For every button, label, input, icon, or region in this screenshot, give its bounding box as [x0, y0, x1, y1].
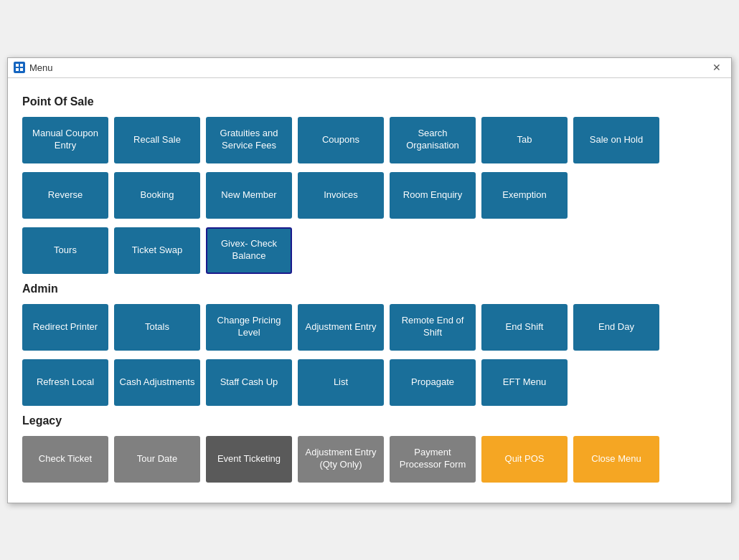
givex-check-balance-button[interactable]: Givex- Check Balance: [206, 227, 292, 274]
svg-rect-3: [20, 68, 23, 71]
reverse-button[interactable]: Reverse: [22, 172, 108, 219]
button-row: ToursTicket SwapGivex- Check Balance: [22, 227, 717, 274]
payment-processor-form-button[interactable]: Payment Processor Form: [390, 436, 476, 483]
button-row: Refresh LocalCash AdjustmentsStaff Cash …: [22, 359, 717, 406]
new-member-button[interactable]: New Member: [206, 172, 292, 219]
adjustment-entry-button[interactable]: Adjustment Entry: [298, 304, 384, 351]
title-bar: Menu ✕: [8, 58, 731, 78]
coupons-button[interactable]: Coupons: [298, 117, 384, 163]
search-organisation-button[interactable]: Search Organisation: [390, 117, 476, 163]
invoices-button[interactable]: Invoices: [298, 172, 384, 219]
close-menu-button[interactable]: Close Menu: [573, 436, 659, 483]
svg-rect-0: [16, 64, 19, 67]
end-shift-button[interactable]: End Shift: [481, 304, 568, 351]
sale-on-hold-button[interactable]: Sale on Hold: [573, 117, 659, 163]
propagate-button[interactable]: Propagate: [390, 359, 476, 406]
quit-pos-button[interactable]: Quit POS: [481, 436, 568, 483]
refresh-local-button[interactable]: Refresh Local: [22, 359, 108, 406]
check-ticket-button[interactable]: Check Ticket: [22, 436, 108, 483]
svg-rect-1: [20, 64, 23, 67]
adjustment-entry-qty-button[interactable]: Adjustment Entry (Qty Only): [298, 436, 384, 483]
remote-end-of-shift-button[interactable]: Remote End of Shift: [390, 304, 476, 351]
manual-coupon-entry-button[interactable]: Manual Coupon Entry: [22, 117, 108, 163]
ticket-swap-button[interactable]: Ticket Swap: [114, 227, 200, 274]
booking-button[interactable]: Booking: [114, 172, 200, 219]
event-ticketing-button[interactable]: Event Ticketing: [206, 436, 292, 483]
button-row: Redirect PrinterTotalsChange Pricing Lev…: [22, 304, 717, 351]
button-row: ReverseBookingNew MemberInvoicesRoom Enq…: [22, 172, 717, 219]
end-day-button[interactable]: End Day: [573, 304, 659, 351]
list-button[interactable]: List: [298, 359, 384, 406]
menu-window: Menu ✕ Point Of Sale Manual Coupon Entry…: [7, 57, 732, 503]
room-enquiry-button[interactable]: Room Enquiry: [390, 172, 476, 219]
close-button[interactable]: ✕: [708, 60, 725, 75]
svg-rect-2: [16, 68, 19, 71]
pos-section-title: Point Of Sale: [22, 95, 717, 108]
admin-buttons-area: Redirect PrinterTotalsChange Pricing Lev…: [22, 304, 717, 406]
window-title: Menu: [29, 62, 53, 73]
tab-button[interactable]: Tab: [481, 117, 568, 163]
recall-sale-button[interactable]: Recall Sale: [114, 117, 200, 163]
button-row: Check TicketTour DateEvent TicketingAdju…: [22, 436, 717, 483]
cash-adjustments-button[interactable]: Cash Adjustments: [114, 359, 200, 406]
change-pricing-level-button[interactable]: Change Pricing Level: [206, 304, 292, 351]
legacy-buttons-area: Check TicketTour DateEvent TicketingAdju…: [22, 436, 717, 483]
pos-buttons-area: Manual Coupon EntryRecall SaleGratuities…: [22, 117, 717, 274]
legacy-section-title: Legacy: [22, 414, 717, 427]
app-icon: [14, 62, 25, 73]
exemption-button[interactable]: Exemption: [481, 172, 568, 219]
totals-button[interactable]: Totals: [114, 304, 200, 351]
admin-section-title: Admin: [22, 283, 717, 295]
content-area: Point Of Sale Manual Coupon EntryRecall …: [8, 78, 731, 503]
tours-button[interactable]: Tours: [22, 227, 108, 274]
button-row: Manual Coupon EntryRecall SaleGratuities…: [22, 117, 717, 163]
staff-cash-up-button[interactable]: Staff Cash Up: [206, 359, 292, 406]
gratuities-service-fees-button[interactable]: Gratuities and Service Fees: [206, 117, 292, 163]
redirect-printer-button[interactable]: Redirect Printer: [22, 304, 108, 351]
tour-date-button[interactable]: Tour Date: [114, 436, 200, 483]
eft-menu-button[interactable]: EFT Menu: [481, 359, 568, 406]
